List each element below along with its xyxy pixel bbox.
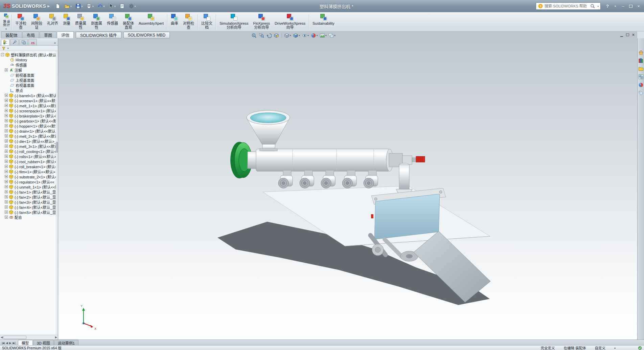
commandmanager-tab-sketch[interactable]: 草图 <box>40 31 56 38</box>
expand-toggle[interactable]: + <box>5 150 8 153</box>
expand-toggle[interactable]: + <box>5 129 8 132</box>
dropdown-arrow[interactable]: ▾ <box>325 35 326 37</box>
dropdown-arrow[interactable]: ▾ <box>70 5 72 7</box>
search-icon[interactable] <box>590 3 595 9</box>
view-settings-button[interactable]: ▾ <box>327 32 336 39</box>
bottom-tab-motion-study-1[interactable]: 运动算例1 <box>54 340 78 345</box>
commandmanager-tab-addins[interactable]: SOLIDWORKS 插件 <box>76 32 121 38</box>
search-input[interactable] <box>545 4 589 8</box>
tree-item-fan-1[interactable]: +(-) fan<1> (默认<默认_显示 <box>0 189 58 194</box>
tree-item-screew[interactable]: +(-) screew<1> (默认<<默认 <box>0 98 58 103</box>
measure-tool[interactable]: 测量 <box>61 13 73 31</box>
custom-properties-tab[interactable] <box>638 90 644 96</box>
new-document-button[interactable] <box>54 2 62 10</box>
doc-restore-button[interactable] <box>626 34 629 36</box>
commandmanager-tab-layout[interactable]: 布局 <box>22 31 39 38</box>
prev-tab-button[interactable]: ◀ <box>6 342 8 345</box>
apply-scene-button[interactable]: ▾ <box>319 32 327 39</box>
appearances-scenes-tab[interactable] <box>638 82 644 88</box>
dropdown-arrow[interactable]: ▾ <box>82 5 83 7</box>
graphics-area[interactable]: Y X <box>58 31 637 340</box>
tree-item-fan-5[interactable]: +(-) fan<5> (默认<默认_显示 <box>0 210 58 215</box>
tree-item-fan-2[interactable]: +(-) fan<2> (默认<默认_显示 <box>0 194 58 199</box>
tree-item-fan-4[interactable]: +(-) fan<4> (默认<默认_显示 <box>0 204 58 210</box>
tree-item-roll_breaker[interactable]: +(-) roll_breaker<1> (默认< <box>0 164 58 169</box>
scrollbar-thumb[interactable] <box>3 336 26 339</box>
tree-item-film[interactable]: +(-) film<1> (默认<<默认> <box>0 169 58 174</box>
floxpress-wizard-tool[interactable]: FloXpress 分析向导 <box>251 13 273 31</box>
tree-item-sensors-folder[interactable]: 传感器 <box>0 62 58 67</box>
first-tab-button[interactable]: ◀ <box>2 342 4 345</box>
tree-item-melt_2[interactable]: +(-) melt_2<1> (默认<<默认 <box>0 133 58 138</box>
search-box[interactable]: ? ▾ <box>536 2 601 10</box>
propertymanager-tab[interactable] <box>10 39 19 45</box>
filter-dropdown-arrow[interactable]: ▾ <box>7 47 9 49</box>
interference-check-tool[interactable]: 干涉检 查 <box>13 13 29 31</box>
driveworksxpress-wizard-tool[interactable]: DriveWorksXpress 向导 <box>272 13 308 31</box>
hole-alignment-tool[interactable]: 孔对齐 <box>45 13 61 31</box>
display-style-button[interactable]: ▾ <box>292 32 301 39</box>
expand-toggle[interactable]: + <box>5 134 8 137</box>
tree-item-plane-front[interactable]: 前视基准面 <box>0 72 58 78</box>
expand-toggle[interactable]: + <box>5 68 8 71</box>
expand-toggle[interactable]: + <box>5 190 8 193</box>
tree-item-rool_rubber[interactable]: +(-) rool_rubber<1> (默认< <box>0 159 58 164</box>
tree-item-mates[interactable]: +配合 <box>0 215 58 220</box>
file-explorer-tab[interactable] <box>638 66 644 71</box>
dropdown-arrow[interactable]: ▾ <box>299 35 300 37</box>
tree-item-substrate_2[interactable]: +(-) substrate_2<1> (默认< <box>0 174 58 179</box>
tree-item-brakerplate[interactable]: +(-) brakerplate<1> (默认< <box>0 113 58 118</box>
tree-horizontal-scrollbar[interactable]: ◀ ▶ <box>0 335 58 340</box>
assembly-visualization-tool[interactable]: 装配体 直观 <box>120 13 136 31</box>
zoom-to-fit-button[interactable] <box>250 32 258 39</box>
doc-close-button[interactable]: × <box>632 33 635 37</box>
expand-toggle[interactable]: + <box>5 211 8 214</box>
tree-item-hopper[interactable]: +(-) hopper<1> (默认<<默认 <box>0 123 58 128</box>
units-label[interactable]: 自定义 <box>595 345 605 350</box>
design-library-tab[interactable] <box>638 58 644 63</box>
expand-toggle[interactable]: + <box>5 119 8 122</box>
configurationmanager-tab[interactable] <box>19 39 28 45</box>
symmetry-check-tool[interactable]: 对称检 查 <box>181 13 197 31</box>
expand-toggle[interactable]: + <box>5 94 8 97</box>
expand-toggle[interactable]: + <box>5 180 8 183</box>
tree-vertical-scrollbar[interactable] <box>56 51 58 335</box>
scroll-right-arrow[interactable]: ▶ <box>55 336 57 339</box>
dimxpertmanager-tab[interactable] <box>28 39 37 45</box>
curvature-tool[interactable]: 曲率 <box>168 13 181 31</box>
expand-toggle[interactable]: + <box>5 185 8 188</box>
tree-root-item[interactable]: - 塑料薄膜挤出机 (默认<默认_显 <box>0 52 58 57</box>
tree-item-plane-right[interactable]: 右视基准面 <box>0 83 58 88</box>
help-dropdown-arrow[interactable]: ▾ <box>613 3 617 9</box>
dropdown-arrow[interactable]: ▾ <box>92 5 94 7</box>
bottom-tab-model[interactable]: 模型 <box>18 340 33 345</box>
close-button[interactable]: × <box>637 3 641 9</box>
hide-show-items-button[interactable]: ▾ <box>301 32 310 39</box>
dropdown-arrow[interactable]: ▾ <box>135 5 136 7</box>
tree-item-origin[interactable]: 原点 <box>0 88 58 93</box>
expand-toggle[interactable]: + <box>5 205 8 209</box>
search-dropdown-arrow[interactable]: ▾ <box>597 5 599 7</box>
restore-button[interactable] <box>629 3 633 9</box>
previous-view-button[interactable] <box>265 32 273 39</box>
sustainability-tool[interactable]: Sustainability <box>310 13 337 31</box>
menu-expand-arrow[interactable]: ▶ <box>47 4 50 8</box>
view-palette-tab[interactable] <box>638 74 644 80</box>
select-button[interactable]: ▾ <box>107 2 117 10</box>
expand-toggle[interactable]: + <box>5 145 8 148</box>
edit-appearance-button[interactable]: ▾ <box>310 32 319 39</box>
dropdown-arrow[interactable]: ▾ <box>5 28 7 30</box>
options-button[interactable]: ▾ <box>127 2 137 10</box>
section-view-button[interactable] <box>273 32 280 39</box>
tree-item-die[interactable]: +(-) die<1> (默认<<默认>_ <box>0 138 58 144</box>
bottom-tab-3d-views[interactable]: 3D 视图 <box>33 340 54 345</box>
tree-item-rolls[interactable]: +(-) rolls<1> (默认<<默认> <box>0 154 58 159</box>
commandmanager-tab-assembly[interactable]: 装配体 <box>1 31 22 38</box>
dropdown-arrow[interactable]: ▾ <box>317 35 318 37</box>
expand-toggle[interactable]: + <box>5 109 8 112</box>
expand-toggle[interactable]: + <box>5 114 8 117</box>
dropdown-arrow[interactable]: ▾ <box>104 5 105 7</box>
hopper-funnel[interactable] <box>247 110 290 151</box>
tree-item-melt_1[interactable]: +(-) melt_1<1> (默认<<默认 <box>0 103 58 108</box>
simulationxpress-wizard-tool[interactable]: SimulationXpress 分析向导 <box>217 13 251 31</box>
